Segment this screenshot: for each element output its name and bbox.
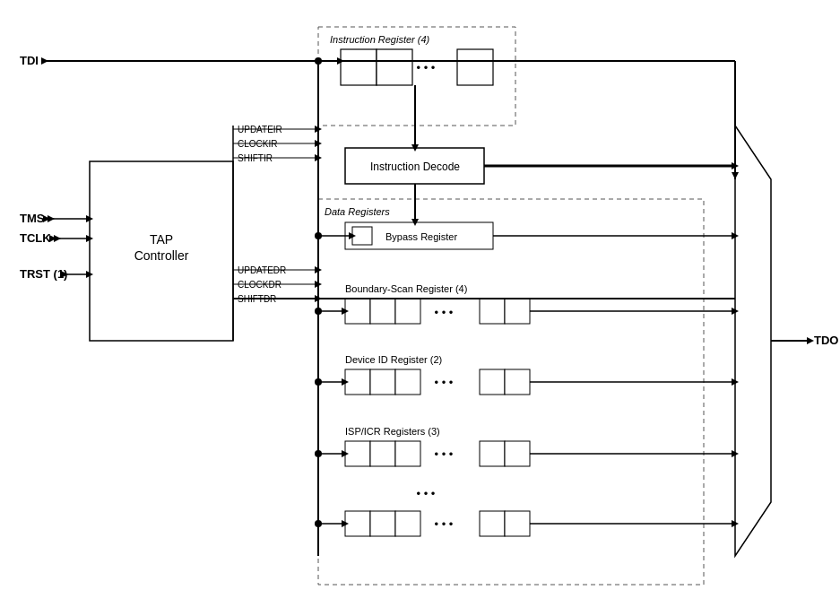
svg-rect-31 xyxy=(345,441,370,466)
svg-rect-17 xyxy=(345,299,370,324)
svg-marker-44 xyxy=(735,126,771,556)
svg-rect-25 xyxy=(370,369,395,395)
svg-rect-33 xyxy=(395,441,420,466)
svg-rect-35 xyxy=(480,441,505,466)
svg-rect-19 xyxy=(395,299,420,324)
svg-text:• • •: • • • xyxy=(417,61,436,74)
svg-rect-26 xyxy=(395,369,420,395)
svg-rect-21 xyxy=(480,299,505,324)
svg-text:• • •: • • • xyxy=(435,376,454,389)
svg-text:• • •: • • • xyxy=(435,517,454,531)
jtag-diagram: TAP Controller Instruction Register (4) … xyxy=(0,0,840,616)
svg-rect-8 xyxy=(457,49,493,85)
svg-marker-120 xyxy=(54,235,61,242)
svg-rect-28 xyxy=(480,369,505,395)
svg-text:• • •: • • • xyxy=(435,447,454,461)
svg-rect-22 xyxy=(505,299,530,324)
svg-rect-39 xyxy=(370,511,395,536)
svg-rect-29 xyxy=(505,369,530,395)
svg-text:Bypass Register: Bypass Register xyxy=(385,231,457,242)
svg-rect-24 xyxy=(345,369,370,395)
svg-rect-6 xyxy=(377,49,412,85)
svg-text:• • •: • • • xyxy=(435,306,454,319)
svg-rect-32 xyxy=(370,441,395,466)
svg-rect-43 xyxy=(505,511,530,536)
svg-text:TMS: TMS xyxy=(20,212,45,225)
svg-text:TDI: TDI xyxy=(20,54,39,67)
svg-rect-42 xyxy=(480,511,505,536)
svg-text:Data Registers: Data Registers xyxy=(325,206,390,217)
svg-marker-116 xyxy=(41,57,48,65)
svg-rect-5 xyxy=(341,49,377,85)
svg-text:TAP: TAP xyxy=(150,232,173,247)
svg-text:Controller: Controller xyxy=(134,248,189,263)
svg-rect-36 xyxy=(505,441,530,466)
svg-text:TRST (1): TRST (1) xyxy=(20,267,67,281)
svg-marker-118 xyxy=(48,215,55,222)
svg-text:Instruction Decode: Instruction Decode xyxy=(370,161,460,173)
svg-text:TDO: TDO xyxy=(814,334,838,347)
svg-rect-38 xyxy=(345,511,370,536)
svg-text:Instruction Register (4): Instruction Register (4) xyxy=(330,34,430,45)
svg-rect-40 xyxy=(395,511,420,536)
svg-text:• • •: • • • xyxy=(417,487,436,500)
svg-text:Device ID Register  (2): Device ID Register (2) xyxy=(345,354,442,365)
svg-text:Boundary-Scan Register (4): Boundary-Scan Register (4) xyxy=(345,283,467,294)
svg-text:TCLK: TCLK xyxy=(20,231,51,245)
svg-text:ISP/ICR Registers  (3): ISP/ICR Registers (3) xyxy=(345,426,440,437)
svg-rect-18 xyxy=(370,299,395,324)
svg-marker-47 xyxy=(807,337,814,344)
